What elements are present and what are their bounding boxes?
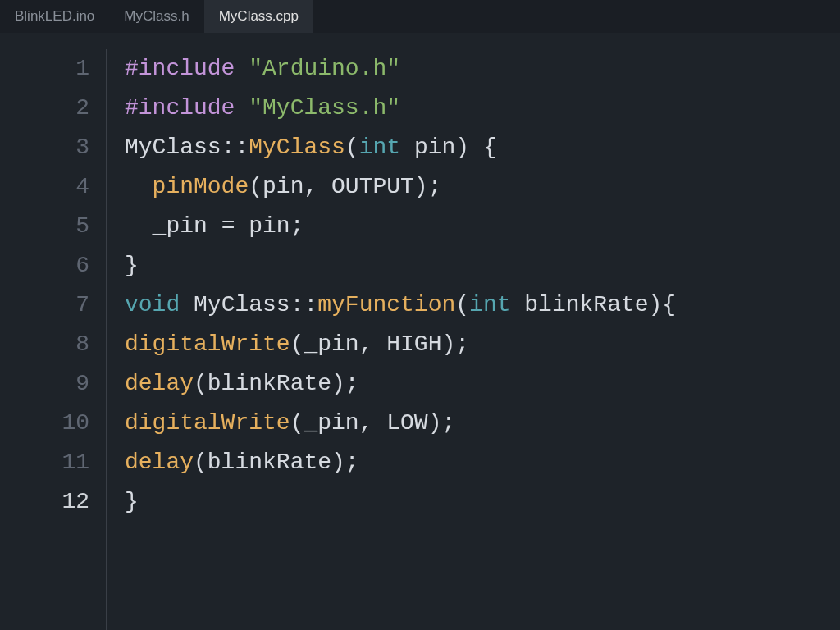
line-number: 11 <box>0 443 89 482</box>
code-token: ) { <box>455 135 496 160</box>
tab-blinkled[interactable]: BlinkLED.ino <box>0 0 109 33</box>
line-number: 3 <box>0 128 89 167</box>
code-line[interactable]: } <box>125 482 840 522</box>
code-token: #include <box>125 95 235 121</box>
code-token: ; <box>290 213 304 239</box>
code-token: "MyClass.h" <box>249 95 400 121</box>
code-token: myFunction <box>317 292 455 317</box>
code-token: (blinkRate); <box>194 450 359 475</box>
code-token: pinMode <box>153 174 249 199</box>
code-line[interactable]: digitalWrite(_pin, HIGH); <box>125 325 840 364</box>
code-line[interactable]: delay(blinkRate); <box>125 364 840 404</box>
code-token: (_pin, LOW); <box>290 410 456 436</box>
code-token <box>235 56 249 81</box>
line-number: 2 <box>0 89 89 128</box>
code-token: (blinkRate); <box>194 371 359 396</box>
code-line[interactable]: #include "Arduino.h" <box>125 49 840 89</box>
code-area[interactable]: 123456789101112 #include "Arduino.h"#inc… <box>0 33 840 630</box>
code-token: int <box>359 135 400 160</box>
line-number-gutter: 123456789101112 <box>0 49 107 630</box>
code-token: pin <box>400 135 455 160</box>
line-number: 7 <box>0 285 89 325</box>
code-line[interactable]: pinMode(pin, OUTPUT); <box>125 167 840 207</box>
line-number: 10 <box>0 404 89 443</box>
code-token <box>125 174 153 199</box>
code-content[interactable]: #include "Arduino.h"#include "MyClass.h"… <box>107 49 840 630</box>
code-token: int <box>469 292 510 317</box>
code-token: ( <box>345 135 359 160</box>
code-line[interactable]: digitalWrite(_pin, LOW); <box>125 404 840 443</box>
code-token <box>235 95 249 121</box>
tab-bar: BlinkLED.ino MyClass.h MyClass.cpp <box>0 0 840 33</box>
code-token: delay <box>125 450 194 475</box>
code-token: #include <box>125 56 235 81</box>
line-number: 4 <box>0 167 89 207</box>
line-number: 8 <box>0 325 89 364</box>
code-line[interactable]: void MyClass::myFunction(int blinkRate){ <box>125 285 840 325</box>
code-token: ( <box>455 292 469 317</box>
code-token: MyClass <box>249 135 345 160</box>
tab-myclass-cpp[interactable]: MyClass.cpp <box>204 0 313 33</box>
code-line[interactable]: _pin = pin; <box>125 207 840 246</box>
line-number: 12 <box>0 482 89 522</box>
code-token: ){ <box>649 292 677 317</box>
code-token: digitalWrite <box>125 410 290 436</box>
line-number: 9 <box>0 364 89 404</box>
code-token: void <box>125 292 180 317</box>
tab-myclass-h[interactable]: MyClass.h <box>109 0 203 33</box>
line-number: 5 <box>0 207 89 246</box>
code-token: (_pin, HIGH); <box>290 331 469 357</box>
line-number: 1 <box>0 49 89 89</box>
line-number: 6 <box>0 246 89 285</box>
code-token: blinkRate <box>511 292 649 317</box>
code-token: } <box>125 489 139 514</box>
code-token: "Arduino.h" <box>249 56 400 81</box>
code-token: } <box>125 253 139 278</box>
code-token: :: <box>221 135 249 160</box>
code-line[interactable]: delay(blinkRate); <box>125 443 840 482</box>
code-token: :: <box>290 292 318 317</box>
code-token: MyClass <box>180 292 290 317</box>
code-line[interactable]: MyClass::MyClass(int pin) { <box>125 128 840 167</box>
code-line[interactable]: #include "MyClass.h" <box>125 89 840 128</box>
code-token: _pin <box>125 213 221 239</box>
code-token: = <box>221 213 235 239</box>
code-line[interactable]: } <box>125 246 840 285</box>
code-editor: BlinkLED.ino MyClass.h MyClass.cpp 12345… <box>0 0 840 630</box>
code-token: MyClass <box>125 135 221 160</box>
code-token: digitalWrite <box>125 331 290 357</box>
code-token: (pin, OUTPUT); <box>249 174 441 199</box>
code-token: pin <box>235 213 290 239</box>
code-token: delay <box>125 371 194 396</box>
